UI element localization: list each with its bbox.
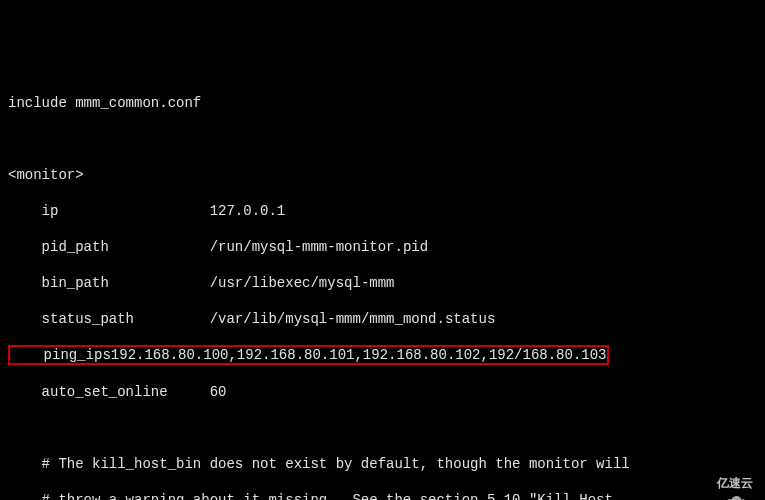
config-key: pid_path	[8, 239, 109, 255]
config-comment: # throw a warning about it missing. See …	[8, 491, 757, 500]
highlighted-line-ping-ips: ping_ips 192.168.80.100,192.168.80.101,1…	[8, 346, 757, 365]
config-comment: # The kill_host_bin does not exist by de…	[8, 455, 757, 473]
config-value: /var/lib/mysql-mmm/mmm_mond.status	[210, 311, 496, 327]
config-key: auto_set_online	[8, 384, 168, 400]
config-line: include mmm_common.conf	[8, 94, 757, 112]
config-line: bin_path /usr/libexec/mysql-mmm	[8, 274, 757, 292]
config-line: <monitor>	[8, 166, 757, 184]
config-key: ip	[8, 203, 58, 219]
config-value: 60	[210, 384, 227, 400]
watermark: 亿速云	[689, 474, 753, 492]
config-line	[8, 130, 757, 148]
config-key: bin_path	[8, 275, 109, 291]
config-line: status_path /var/lib/mysql-mmm/mmm_mond.…	[8, 310, 757, 328]
cloud-icon	[689, 475, 713, 491]
config-value: /run/mysql-mmm-monitor.pid	[210, 239, 428, 255]
config-line: ip 127.0.0.1	[8, 202, 757, 220]
config-line: auto_set_online 60	[8, 383, 757, 401]
config-value: 192.168.80.100,192.168.80.101,192.168.80…	[111, 346, 607, 364]
config-value: 127.0.0.1	[210, 203, 286, 219]
config-value: /usr/libexec/mysql-mmm	[210, 275, 395, 291]
config-line: pid_path /run/mysql-mmm-monitor.pid	[8, 238, 757, 256]
config-key: ping_ips	[10, 346, 111, 364]
config-key: status_path	[8, 311, 134, 327]
watermark-text: 亿速云	[717, 474, 753, 492]
config-line	[8, 419, 757, 437]
terminal-viewport[interactable]: include mmm_common.conf <monitor> ip 127…	[0, 72, 765, 500]
